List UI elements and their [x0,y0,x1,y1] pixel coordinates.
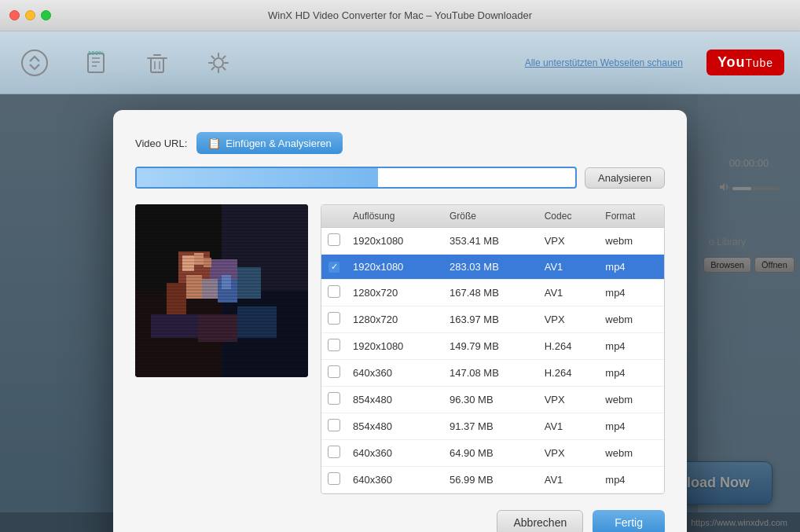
svg-point-0 [22,50,47,75]
row-size: 96.30 MB [443,386,538,413]
format-table: Auflösung Größe Codec Format 1920x108035… [321,205,664,493]
row-format: mp4 [599,413,664,439]
youtube-badge: YouTube [706,50,784,75]
row-format: mp4 [599,332,664,359]
clipboard-icon: 📋 [207,137,221,149]
row-checkbox[interactable] [321,279,347,306]
delete-icon[interactable] [138,44,176,82]
svg-rect-3 [151,58,163,72]
main-area: 00:00:00 o Library Browsen Öffnen Downlo [0,94,800,532]
row-resolution: 1920x1080 [347,255,443,280]
row-codec: AV1 [538,279,600,306]
clear-icon[interactable]: 100% [77,44,115,82]
row-format: webm [599,306,664,332]
url-input-row: Analysieren [135,167,665,189]
row-codec: H.264 [538,332,600,359]
modal-buttons: Abbrechen Fertig [135,510,665,533]
row-resolution: 1280x720 [347,306,443,332]
row-codec: VPX [538,228,600,255]
row-resolution: 1920x1080 [347,228,443,255]
row-codec: VPX [538,439,600,466]
table-header-row: Auflösung Größe Codec Format [321,205,664,228]
row-size: 163.97 MB [443,306,538,332]
modal-overlay: Video URL: 📋 Einfügen & Analysieren Anal… [0,94,800,532]
row-codec: AV1 [538,466,600,493]
youtube-tube: Tube [746,57,773,69]
table-row[interactable]: 640x36064.90 MBVPXwebm [321,439,664,466]
row-resolution: 640x360 [347,466,443,493]
row-codec: VPX [538,386,600,413]
row-codec: AV1 [538,255,600,280]
window-controls [9,10,51,20]
supported-sites-link[interactable]: Alle unterstützten Webseiten schauen [525,57,683,68]
url-label: Video URL: [135,138,187,149]
minimize-button[interactable] [25,10,35,20]
table-row[interactable]: ✓1920x1080283.03 MBAV1mp4 [321,255,664,280]
app-background: WinX HD Video Converter for Mac – YouTub… [0,0,800,532]
close-button[interactable] [9,10,20,20]
row-codec: AV1 [538,413,600,439]
row-resolution: 640x360 [347,359,443,386]
row-size: 353.41 MB [443,228,538,255]
row-checkbox[interactable] [321,306,347,332]
table-row[interactable]: 1280x720167.48 MBAV1mp4 [321,279,664,306]
row-checkbox[interactable] [321,386,347,413]
analyze-button[interactable]: Analysieren [585,167,665,189]
url-progress-fill [137,168,378,187]
paste-analyze-button[interactable]: 📋 Einfügen & Analysieren [196,132,342,154]
row-format: mp4 [599,255,664,280]
table-row[interactable]: 640x360147.08 MBH.264mp4 [321,359,664,386]
maximize-button[interactable] [41,10,51,20]
window-title: WinX HD Video Converter for Mac – YouTub… [268,9,532,21]
row-resolution: 854x480 [347,413,443,439]
col-resolution: Auflösung [347,205,443,228]
row-resolution: 640x360 [347,439,443,466]
url-input-container [135,167,577,189]
video-thumbnail [135,204,308,377]
table-row[interactable]: 1920x1080353.41 MBVPXwebm [321,228,664,255]
row-format: webm [599,386,664,413]
row-format: mp4 [599,466,664,493]
url-row: Video URL: 📋 Einfügen & Analysieren [135,132,665,154]
format-table-wrapper: Auflösung Größe Codec Format 1920x108035… [321,204,665,494]
svg-text:100%: 100% [88,50,104,57]
paste-analyze-label: Einfügen & Analysieren [226,138,331,149]
thumbnail-canvas [135,204,308,377]
title-bar: WinX HD Video Converter for Mac – YouTub… [0,0,800,31]
row-size: 149.79 MB [443,332,538,359]
col-check [321,205,347,228]
row-format: webm [599,439,664,466]
fertig-button[interactable]: Fertig [593,510,665,533]
row-codec: VPX [538,306,600,332]
row-checkbox[interactable]: ✓ [321,255,347,280]
row-checkbox[interactable] [321,359,347,386]
row-resolution: 1280x720 [347,279,443,306]
row-size: 56.99 MB [443,466,538,493]
row-codec: H.264 [538,359,600,386]
content-row: Auflösung Größe Codec Format 1920x108035… [135,204,665,494]
row-format: mp4 [599,279,664,306]
youtube-you: You [717,54,746,70]
row-size: 147.08 MB [443,359,538,386]
table-row[interactable]: 854x48091.37 MBAV1mp4 [321,413,664,439]
table-row[interactable]: 854x48096.30 MBVPXwebm [321,386,664,413]
col-format: Format [599,205,664,228]
table-row[interactable]: 1280x720163.97 MBVPXwebm [321,306,664,332]
row-format: mp4 [599,359,664,386]
row-resolution: 1920x1080 [347,332,443,359]
row-checkbox[interactable] [321,439,347,466]
row-checkbox[interactable] [321,228,347,255]
settings-icon[interactable] [200,44,237,82]
toolbar: 100% Alle unterstützten Webseiten schaue… [0,31,800,94]
row-resolution: 854x480 [347,386,443,413]
row-size: 167.48 MB [443,279,538,306]
row-checkbox[interactable] [321,413,347,439]
row-format: webm [599,228,664,255]
row-checkbox[interactable] [321,466,347,493]
cancel-button[interactable]: Abbrechen [497,510,583,533]
row-checkbox[interactable] [321,332,347,359]
table-row[interactable]: 640x36056.99 MBAV1mp4 [321,466,664,493]
table-row[interactable]: 1920x1080149.79 MBH.264mp4 [321,332,664,359]
col-size: Größe [443,205,538,228]
convert-icon[interactable] [16,44,53,82]
